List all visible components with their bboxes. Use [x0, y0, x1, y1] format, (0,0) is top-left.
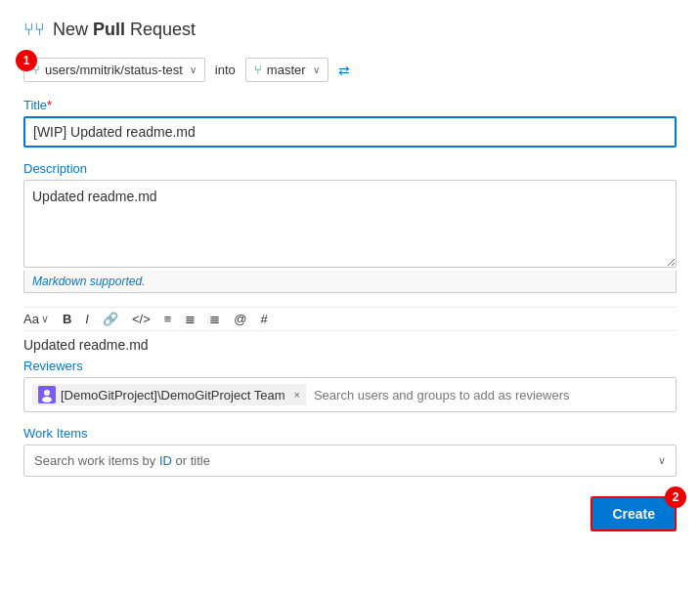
reviewer-avatar: [38, 386, 56, 403]
reviewers-box[interactable]: [DemoGitProject]\DemoGitProject Team ×: [23, 377, 677, 412]
work-items-section: Work Items Search work items by ID or ti…: [23, 426, 677, 477]
title-input[interactable]: [WIP] Updated readme.md: [25, 118, 675, 146]
source-branch-label: users/mmitrik/status-test: [45, 63, 183, 77]
branch-row: 1 ⑂ users/mmitrik/status-test ∨ into ⑂ m…: [23, 58, 677, 82]
title-section: Title* [WIP] Updated readme.md: [23, 98, 677, 148]
reviewer-tag: [DemoGitProject]\DemoGitProject Team ×: [32, 384, 306, 405]
toolbar-font-size[interactable]: Aa ∨: [23, 312, 49, 326]
toolbar-link[interactable]: 🔗: [103, 312, 118, 326]
title-input-wrapper: [WIP] Updated readme.md: [23, 116, 677, 148]
markdown-hint: Markdown supported.: [23, 271, 677, 293]
svg-point-1: [44, 390, 50, 396]
badge-1: 1: [16, 50, 37, 71]
target-branch-selector[interactable]: ⑂ master ∨: [245, 58, 328, 82]
toolbar-italic[interactable]: I: [85, 312, 89, 326]
editor-toolbar: Aa ∨ B I 🔗 </> ≡ ≣ ≣ @ #: [23, 307, 677, 331]
svg-point-2: [42, 397, 52, 402]
work-items-chevron-icon: ∨: [658, 454, 666, 467]
footer-row: 2 Create: [23, 496, 677, 531]
toolbar-code[interactable]: </>: [132, 312, 151, 326]
work-items-dropdown[interactable]: Search work items by ID or title ∨: [23, 445, 677, 477]
page-header: ⑂⑂ New Pull Request: [23, 20, 677, 40]
reviewer-remove-button[interactable]: ×: [294, 389, 300, 401]
description-section: Description Updated readme.md Markdown s…: [23, 161, 677, 293]
target-branch-label: master: [267, 63, 306, 77]
pull-request-icon: ⑂⑂: [23, 20, 45, 40]
toolbar-hash[interactable]: #: [261, 312, 268, 326]
page-title: New Pull Request: [53, 20, 196, 40]
toolbar-indent[interactable]: ≣: [209, 312, 220, 326]
description-label: Description: [23, 161, 677, 176]
reviewers-label: Reviewers: [23, 359, 677, 373]
source-branch-selector[interactable]: ⑂ users/mmitrik/status-test ∨: [23, 58, 205, 82]
source-branch-chevron: ∨: [190, 64, 197, 75]
toolbar-bullet-list[interactable]: ≡: [164, 312, 172, 326]
create-button[interactable]: Create: [591, 496, 677, 531]
into-label: into: [215, 63, 236, 77]
wip-tag: [WIP]: [33, 124, 66, 140]
target-branch-chevron: ∨: [313, 64, 320, 75]
reviewer-name: [DemoGitProject]\DemoGitProject Team: [61, 388, 285, 402]
work-items-label: Work Items: [23, 426, 677, 441]
title-label: Title*: [23, 98, 677, 112]
swap-icon[interactable]: ⇄: [338, 63, 350, 78]
target-branch-icon: ⑂: [254, 63, 262, 77]
reviewer-search-input[interactable]: [314, 388, 668, 402]
preview-text: Updated readme.md: [23, 337, 677, 353]
badge-2: 2: [665, 487, 686, 508]
reviewers-section: Reviewers [DemoGitProject]\DemoGitProjec…: [23, 359, 677, 412]
work-items-placeholder: Search work items by ID or title: [34, 453, 210, 468]
toolbar-mention[interactable]: @: [234, 312, 246, 326]
toolbar-bold[interactable]: B: [63, 312, 71, 326]
description-textarea[interactable]: Updated readme.md: [23, 180, 677, 268]
toolbar-numbered-list[interactable]: ≣: [185, 312, 196, 326]
